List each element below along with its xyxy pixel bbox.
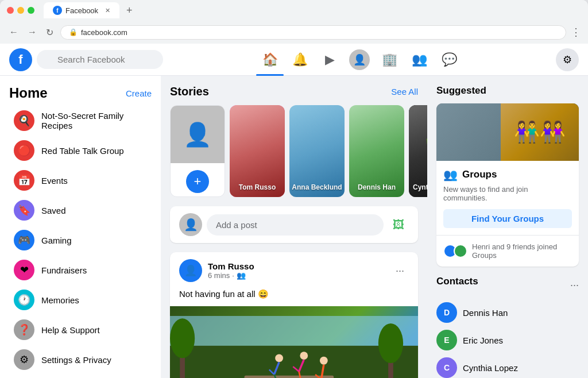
joined-avatars: [443, 244, 467, 258]
nav-home-button[interactable]: 🏠: [256, 46, 284, 74]
nav-profile-button[interactable]: 👤: [346, 46, 373, 74]
sidebar-item-label: Saved: [41, 206, 66, 215]
post-dot-separator: ·: [232, 271, 234, 280]
new-tab-button[interactable]: +: [126, 5, 133, 17]
post-more-button[interactable]: ···: [391, 260, 409, 281]
contact-item-cynthia-lopez[interactable]: C Cynthia Lopez: [436, 354, 579, 378]
contacts-more-button[interactable]: ···: [570, 279, 579, 291]
settings-button[interactable]: ⚙: [556, 48, 579, 71]
contact-name: Cynthia Lopez: [463, 363, 518, 373]
post-time: 6 mins · 👥: [208, 271, 385, 280]
svg-point-13: [300, 352, 308, 360]
story-card-cynthia-lopez[interactable]: 🌿 Cynthia Lopez: [409, 105, 427, 197]
sidebar-title: Home: [9, 85, 48, 101]
sidebar-item-help-support[interactable]: ❓ Help & Support: [5, 315, 156, 345]
browser-menu-button[interactable]: ⋮: [571, 26, 581, 38]
add-post-input[interactable]: Add a post: [207, 214, 384, 236]
contacts-section: Contacts ··· D Dennis Han E Eric Jones C…: [436, 276, 579, 378]
suggested-title: Suggested: [436, 85, 579, 97]
groups-description: New ways to find and join communities.: [443, 185, 572, 202]
story-card-tom-russo[interactable]: Tom Russo: [230, 105, 285, 197]
nav-marketplace-button[interactable]: 🏢: [376, 46, 403, 74]
story-name: Anna Becklund: [289, 183, 345, 191]
contact-name: Eric Jones: [463, 335, 503, 345]
nav-right: ⚙: [556, 48, 579, 71]
nav-groups-button[interactable]: 👥: [405, 46, 433, 74]
maximize-dot[interactable]: [28, 7, 34, 14]
sidebar-item-events[interactable]: 📅 Events: [5, 165, 156, 195]
add-story-card[interactable]: 👤 + Add to Story: [170, 105, 225, 197]
red-table-icon: 🔴: [14, 140, 34, 161]
groups-card: 👥 👫👭 👥 Groups New ways to find and join …: [436, 103, 579, 267]
groups-card-body: 👥 Groups New ways to find and join commu…: [436, 161, 579, 235]
family-recipes-icon: 🍳: [14, 110, 34, 131]
browser-tab[interactable]: f Facebook ✕: [44, 2, 119, 18]
browser-window: f Facebook ✕ + ← → ↻ 🔒 facebook.com ⋮ f …: [0, 0, 588, 378]
story-name: Tom Russo: [230, 183, 285, 191]
logo-letter: f: [18, 52, 22, 67]
story-name: Cynthia Lopez: [409, 183, 427, 191]
story-card-anna-becklund[interactable]: Anna Becklund: [289, 105, 345, 197]
post-image-svg: [170, 306, 418, 378]
contact-item-eric-jones[interactable]: E Eric Jones: [436, 326, 579, 354]
sidebar-item-see-more[interactable]: ▼ See More: [5, 375, 156, 378]
fundraisers-icon: ❤: [14, 260, 34, 280]
refresh-button[interactable]: ↻: [44, 25, 56, 40]
create-button[interactable]: Create: [126, 88, 152, 98]
post-meta: Tom Russo 6 mins · 👥: [208, 261, 385, 280]
svg-point-9: [275, 354, 283, 362]
stories-title: Stories: [170, 85, 209, 98]
groups-people-photo: 👫👭: [501, 103, 579, 161]
memories-icon: 🕐: [14, 290, 34, 310]
joined-text: Henri and 9 friends joined Groups: [472, 242, 572, 260]
sidebar-item-red-table-group[interactable]: 🔴 Red Table Talk Group: [5, 136, 156, 165]
tab-close-button[interactable]: ✕: [105, 7, 110, 14]
facebook-logo: f: [9, 48, 32, 71]
find-your-groups-button[interactable]: Find Your Groups: [443, 209, 572, 228]
browser-addressbar: ← → ↻ 🔒 facebook.com ⋮: [0, 21, 588, 44]
url-text: facebook.com: [81, 28, 127, 37]
post-friends-icon: 👥: [237, 271, 246, 280]
sidebar-item-family-recipes[interactable]: 🍳 Not-So-Secret Family Recipes: [5, 106, 156, 136]
stories-row: 👤 + Add to Story Tom Russo: [170, 105, 418, 197]
sidebar-item-label: Events: [41, 176, 68, 186]
story-card-dennis-han[interactable]: Dennis Han: [349, 105, 404, 197]
sidebar-item-memories[interactable]: 🕐 Memories: [5, 285, 156, 315]
see-all-stories-button[interactable]: See All: [391, 87, 418, 97]
svg-rect-4: [245, 376, 334, 378]
contacts-header: Contacts ···: [436, 276, 579, 294]
sidebar-item-label: Settings & Privacy: [41, 355, 111, 365]
nav-watch-button[interactable]: ▶: [316, 46, 343, 74]
post-card: 👤 Tom Russo 6 mins · 👥 ··· Not having fu…: [170, 252, 418, 378]
forward-button[interactable]: →: [25, 25, 39, 40]
add-photo-button[interactable]: 🖼: [388, 214, 409, 235]
gaming-icon: 🎮: [14, 230, 34, 250]
post-author-name: Tom Russo: [208, 261, 385, 271]
address-bar[interactable]: 🔒 facebook.com: [60, 25, 566, 40]
sidebar-item-label: Not-So-Secret Family Recipes: [41, 111, 147, 130]
back-button[interactable]: ←: [7, 25, 21, 40]
contact-item-dennis-han[interactable]: D Dennis Han: [436, 299, 579, 326]
minimize-dot[interactable]: [17, 7, 24, 14]
suggested-section: Suggested 👥 👫👭 👥 Groups: [436, 85, 579, 267]
svg-point-8: [378, 323, 403, 363]
sidebar-item-gaming[interactable]: 🎮 Gaming: [5, 225, 156, 255]
sidebar-item-saved[interactable]: 🔖 Saved: [5, 195, 156, 225]
post-header: 👤 Tom Russo 6 mins · 👥 ···: [170, 252, 418, 289]
search-wrapper: 🔍: [37, 50, 163, 69]
feed: Stories See All 👤 + Add to Story: [161, 76, 427, 378]
sidebar-item-fundraisers[interactable]: ❤ Fundraisers: [5, 255, 156, 285]
joined-avatar-2: [454, 244, 467, 258]
nav-notifications-button[interactable]: 🔔: [286, 46, 314, 74]
nav-messenger-button[interactable]: 💬: [435, 46, 463, 74]
post-time-value: 6 mins: [208, 271, 230, 280]
nav-center: 🏠 🔔 ▶ 👤 🏢 👥 💬: [168, 46, 551, 74]
search-input[interactable]: [37, 50, 163, 69]
sidebar-item-settings-privacy[interactable]: ⚙ Settings & Privacy: [5, 345, 156, 375]
tab-favicon: f: [53, 6, 62, 15]
close-dot[interactable]: [7, 7, 14, 14]
contact-avatar: E: [436, 330, 457, 350]
sidebar: Home Create 🍳 Not-So-Secret Family Recip…: [0, 76, 161, 378]
browser-titlebar: f Facebook ✕ +: [0, 0, 588, 21]
top-navigation: f 🔍 🏠 🔔 ▶ 👤 🏢 👥 💬 ⚙: [0, 44, 588, 76]
